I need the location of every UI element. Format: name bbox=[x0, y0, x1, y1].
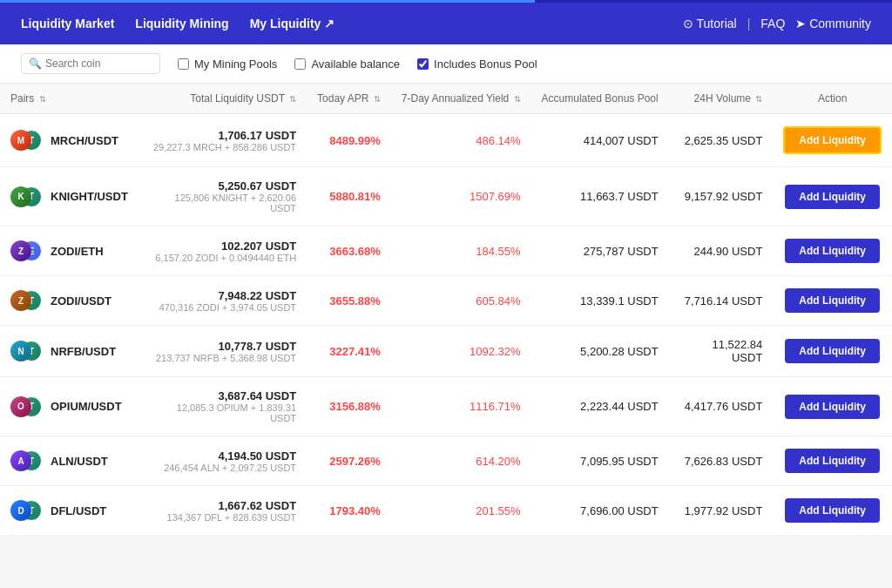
pair-name-6: ALN/USDT bbox=[51, 455, 108, 468]
liquidity-cell-0: 1,706.17 USDT 29,227.3 MRCH + 858.286 US… bbox=[139, 114, 307, 167]
liquidity-main-6: 4,194.50 USDT bbox=[149, 449, 296, 463]
action-cell-6: Add Liquidity bbox=[773, 436, 892, 486]
liquidity-cell-6: 4,194.50 USDT 246,454 ALN + 2,097.25 USD… bbox=[139, 436, 307, 486]
col-bonus-pool: Accumulated Bonus Pool bbox=[531, 84, 669, 114]
col-action: Action bbox=[773, 84, 892, 114]
pair-name-3: ZODI/USDT bbox=[51, 294, 112, 308]
col-today-apr[interactable]: Today APR ⇅ bbox=[307, 84, 391, 114]
action-cell-7: Add Liquidity bbox=[773, 486, 892, 536]
pair-name-5: OPIUM/USDT bbox=[51, 400, 122, 413]
table-row: A T ALN/USDT 4,194.50 USDT 246,454 ALN +… bbox=[0, 436, 892, 486]
liquidity-sub-2: 6,157.20 ZODI + 0.0494440 ETH bbox=[149, 253, 296, 263]
pair-icons-3: Z T bbox=[10, 290, 42, 311]
action-cell-2: Add Liquidity bbox=[773, 226, 892, 276]
pair-cell-3: Z T ZODI/USDT bbox=[0, 276, 139, 326]
bonus-cell-7: 7,696.00 USDT bbox=[531, 486, 669, 536]
yield-value-7: 201.55% bbox=[476, 504, 520, 517]
bonus-value-2: 275,787 USDT bbox=[584, 245, 659, 258]
table-row: O T OPIUM/USDT 3,687.64 USDT 12,085.3 OP… bbox=[0, 377, 892, 436]
pair-icons-0: M T bbox=[10, 130, 42, 151]
liquidity-sub-4: 213,737 NRFB + 5,368.98 USDT bbox=[149, 353, 296, 363]
bonus-cell-1: 11,663.7 USDT bbox=[531, 167, 669, 226]
filter-my-mining-pools[interactable]: My Mining Pools bbox=[178, 57, 277, 71]
pair-name-2: ZODI/ETH bbox=[51, 245, 104, 258]
available-balance-checkbox[interactable] bbox=[294, 58, 306, 70]
action-cell-1: Add Liquidity bbox=[773, 167, 892, 226]
sort-apr-icon: ⇅ bbox=[374, 94, 381, 104]
pair-name-0: MRCH/USDT bbox=[51, 134, 118, 147]
apr-value-4: 3227.41% bbox=[329, 345, 381, 358]
volume-cell-1: 9,157.92 USDT bbox=[669, 167, 774, 226]
search-input[interactable] bbox=[45, 57, 159, 70]
liquidity-main-4: 10,778.7 USDT bbox=[149, 340, 296, 353]
col-24h-volume[interactable]: 24H Volume ⇅ bbox=[669, 84, 774, 114]
col-total-liquidity[interactable]: Total Liquidity USDT ⇅ bbox=[139, 84, 307, 114]
liquidity-sub-5: 12,085.3 OPIUM + 1,839.31 USDT bbox=[149, 402, 296, 423]
pair-name-4: NRFB/USDT bbox=[51, 345, 116, 358]
action-cell-4: Add Liquidity bbox=[773, 326, 892, 377]
add-liquidity-button-3[interactable]: Add Liquidity bbox=[785, 288, 880, 313]
add-liquidity-button-4[interactable]: Add Liquidity bbox=[785, 339, 880, 363]
volume-value-1: 9,157.92 USDT bbox=[685, 190, 763, 203]
sort-pairs-icon: ⇅ bbox=[39, 94, 46, 104]
nav-my-liquidity[interactable]: My Liquidity ↗ bbox=[250, 17, 335, 30]
apr-cell-5: 3156.88% bbox=[307, 377, 391, 436]
table-row: Z T ZODI/USDT 7,948.22 USDT 470,316 ZODI… bbox=[0, 276, 892, 326]
add-liquidity-button-0[interactable]: Add Liquidity bbox=[783, 126, 882, 154]
bonus-cell-6: 7,095.95 USDT bbox=[531, 436, 669, 486]
col-7day-yield[interactable]: 7-Day Annualized Yield ⇅ bbox=[391, 84, 531, 114]
nav-faq[interactable]: FAQ bbox=[760, 17, 785, 30]
action-cell-5: Add Liquidity bbox=[773, 377, 892, 436]
filter-bar: 🔍 My Mining Pools Available balance Incl… bbox=[0, 44, 892, 84]
apr-cell-0: 8489.99% bbox=[307, 114, 391, 167]
filter-available-balance[interactable]: Available balance bbox=[294, 57, 400, 71]
volume-cell-7: 1,977.92 USDT bbox=[669, 486, 774, 536]
liquidity-main-5: 3,687.64 USDT bbox=[149, 389, 296, 402]
my-mining-pools-checkbox[interactable] bbox=[178, 58, 189, 70]
add-liquidity-button-2[interactable]: Add Liquidity bbox=[785, 239, 880, 263]
bonus-cell-3: 13,339.1 USDT bbox=[531, 276, 669, 326]
apr-value-1: 5880.81% bbox=[329, 190, 381, 203]
yield-cell-2: 184.55% bbox=[391, 226, 531, 276]
apr-value-0: 8489.99% bbox=[329, 134, 381, 147]
yield-value-3: 605.84% bbox=[476, 294, 520, 308]
yield-cell-6: 614.20% bbox=[391, 436, 531, 486]
nav-tutorial[interactable]: ⊙ Tutorial bbox=[683, 17, 737, 30]
yield-cell-5: 1116.71% bbox=[391, 377, 531, 436]
col-pairs[interactable]: Pairs ⇅ bbox=[0, 84, 139, 114]
yield-value-0: 486.14% bbox=[476, 134, 520, 147]
bonus-value-0: 414,007 USDT bbox=[584, 134, 659, 147]
search-icon: 🔍 bbox=[29, 57, 42, 70]
liquidity-main-3: 7,948.22 USDT bbox=[149, 289, 296, 302]
add-liquidity-button-1[interactable]: Add Liquidity bbox=[785, 185, 880, 209]
action-cell-0: Add Liquidity bbox=[773, 114, 892, 167]
bonus-value-5: 2,223.44 USDT bbox=[580, 400, 659, 413]
apr-cell-1: 5880.81% bbox=[307, 167, 391, 226]
coin-icon-1-7: D bbox=[10, 500, 31, 521]
liquidity-sub-6: 246,454 ALN + 2,097.25 USDT bbox=[149, 463, 296, 473]
apr-value-3: 3655.88% bbox=[329, 294, 381, 308]
table-row: Z E ZODI/ETH 102.207 USDT 6,157.20 ZODI … bbox=[0, 226, 892, 276]
table-row: N T NRFB/USDT 10,778.7 USDT 213,737 NRFB… bbox=[0, 326, 892, 377]
action-cell-3: Add Liquidity bbox=[773, 276, 892, 326]
search-box[interactable]: 🔍 bbox=[21, 53, 160, 74]
nav-community[interactable]: ➤ Community bbox=[795, 17, 871, 30]
liquidity-sub-1: 125,806 KNIGHT + 2,620.06 USDT bbox=[149, 193, 296, 213]
includes-bonus-pool-checkbox[interactable] bbox=[417, 58, 429, 70]
liquidity-cell-4: 10,778.7 USDT 213,737 NRFB + 5,368.98 US… bbox=[139, 326, 307, 377]
add-liquidity-button-5[interactable]: Add Liquidity bbox=[785, 395, 880, 419]
table-row: M T MRCH/USDT 1,706.17 USDT 29,227.3 MRC… bbox=[0, 114, 892, 167]
add-liquidity-button-7[interactable]: Add Liquidity bbox=[785, 498, 880, 523]
filter-includes-bonus-pool[interactable]: Includes Bonus Pool bbox=[417, 57, 537, 71]
coin-icon-1-4: N bbox=[10, 341, 31, 362]
liquidity-sub-7: 134,367 DFL + 828.639 USDT bbox=[149, 512, 296, 523]
bonus-cell-0: 414,007 USDT bbox=[531, 114, 669, 167]
apr-value-2: 3663.68% bbox=[329, 245, 381, 258]
table-row: K T KNIGHT/USDT 5,250.67 USDT 125,806 KN… bbox=[0, 167, 892, 226]
nav-liquidity-market[interactable]: Liquidity Market bbox=[21, 17, 114, 30]
volume-value-4: 11,522.84 USDT bbox=[712, 338, 762, 364]
add-liquidity-button-6[interactable]: Add Liquidity bbox=[785, 449, 880, 473]
volume-cell-6: 7,626.83 USDT bbox=[669, 436, 774, 486]
nav-liquidity-mining[interactable]: Liquidity Mining bbox=[135, 17, 228, 30]
sort-volume-icon: ⇅ bbox=[755, 94, 762, 104]
